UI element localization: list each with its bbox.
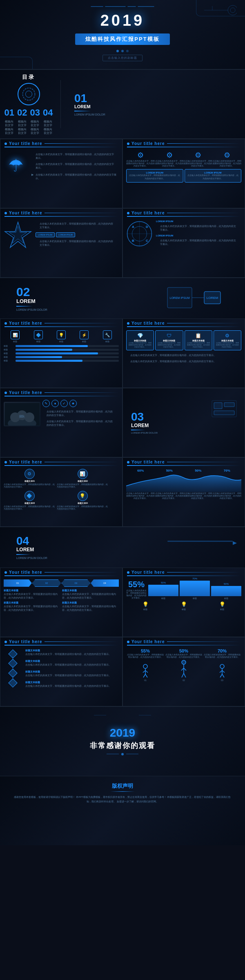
icon-box-4: ⚙ 标题文本标题 点击输入本栏的具体文字，简明扼要的说明分项内容，此为您的内容文… xyxy=(214,330,241,350)
slide-title-4: Your title here xyxy=(123,209,245,216)
slide-final: 2019 非常感谢你的观看 xyxy=(0,706,245,776)
svg-line-51 xyxy=(184,673,186,677)
accent-bar xyxy=(4,147,118,147)
slide-row-3: Your title here 📊 标题 🔷 标题 💡 标题 ⚡ xyxy=(0,318,245,388)
lorem-section-01: 01 LOREM LOREM IPSUM DOLOR xyxy=(68,93,142,116)
svg-text:团队: 团队 xyxy=(19,415,25,418)
slide-row-2: Your title here 点击输入本栏的具体文字，简明扼要的说明分项内容，… xyxy=(0,208,245,278)
slide-title-9: Your title here xyxy=(0,458,122,465)
toc-num-4: 04 xyxy=(43,107,53,118)
accent-bar-4 xyxy=(127,216,241,217)
slide-icon-boxes: Your title here 💎 标题文本标题 点击输入本栏的具体文字，简明扼… xyxy=(122,318,245,388)
slide-row-1: Your title here ☂ 点击输入本栏的具体文字，简明扼要的说明分项内… xyxy=(0,139,245,208)
slide-teamwork: Your title here 团队 ✎ ♦ ✓ ★ xyxy=(0,388,122,457)
svg-text:C: C xyxy=(146,239,148,243)
title-indicator-3 xyxy=(4,212,7,214)
svg-point-4 xyxy=(22,88,35,100)
svg-line-45 xyxy=(145,674,147,677)
svg-line-54 xyxy=(220,670,222,673)
title-indicator-2 xyxy=(127,143,129,145)
icon-box-2: 🛡 标题文本标题 点击输入本栏的具体文字，简明扼要的说明分项内容，此为您的内容文… xyxy=(155,330,183,350)
title-indicator-14 xyxy=(127,641,129,643)
slide-title-10: Your title here xyxy=(123,458,245,465)
toc-label-3: 模板向目文字 模板向目文字 xyxy=(30,120,40,134)
svg-line-50 xyxy=(182,673,184,677)
slide-title-6: Your title here xyxy=(123,319,245,326)
toc-item-1: 01 模板向目文字 模板向目文字 xyxy=(4,107,15,134)
toc-item-4: 04 模板向目文字 模板向目文字 xyxy=(43,107,53,134)
svg-text:LOREM IPSUM: LOREM IPSUM xyxy=(169,296,189,299)
content-text-1b: 点击输入本栏的具体文字，简明扼要的说明分项内容，此为您的内容文字展示。 xyxy=(31,161,119,171)
slide-lorem03: 03 LOREM LOREM IPSUM DOLOR xyxy=(122,388,245,457)
slide-copyright: 版权声明 感谢您使用本套模板，使用前请仔细阅读以下版权声明！ 本PPT模板为免费… xyxy=(0,776,245,845)
slide-star: Your title here 点击输入本栏的具体文字，简明扼要的说明分项内容，… xyxy=(0,208,122,278)
svg-rect-31 xyxy=(167,541,233,542)
toc-item-2: 02 模板向目文字 模板向目文字 xyxy=(17,107,28,134)
blue-box-1: LOREM IPSUM 点击输入本栏的具体文字，简明扼要的说明分项内容，此为您的… xyxy=(126,169,183,183)
slide-title-12: Your title here xyxy=(123,568,245,575)
title-indicator-5 xyxy=(4,322,7,325)
slide-roadmap: Your title here 01 02 03 04 标题文本标题 点击输入本… xyxy=(0,568,122,637)
toc-item-3: 03 模板向目文字 模板向目文字 xyxy=(30,107,40,134)
cover-subtitle[interactable]: 点击输入您的副标题 xyxy=(102,55,143,61)
title-indicator-7 xyxy=(4,392,7,394)
title-indicator-12 xyxy=(127,571,129,574)
toc-label-1: 模板向目文字 模板向目文字 xyxy=(4,120,15,134)
accent-bar-14 xyxy=(127,645,241,646)
cover-title: 炫酷科技风作汇报PPT模板 xyxy=(75,33,169,45)
slide-bars: Your title here 📊 标题 🔷 标题 💡 标题 ⚡ xyxy=(0,318,122,388)
slide-title-3: Your title here xyxy=(0,209,122,216)
svg-point-25 xyxy=(24,412,34,422)
svg-point-0 xyxy=(228,5,237,15)
copyright-title: 版权声明 xyxy=(12,782,233,790)
accent-bar-9 xyxy=(4,465,118,466)
slide-abcd: Your title here A D B C LOREM IPSUM 点击输入… xyxy=(122,208,245,278)
accent-bar-12 xyxy=(127,575,241,576)
svg-point-5 xyxy=(25,91,32,98)
slide-mountain: Your title here 60% 50% 50% 70% xyxy=(122,457,245,527)
slide-title-14: Your title here xyxy=(123,637,245,645)
svg-line-49 xyxy=(184,668,186,670)
svg-line-48 xyxy=(181,668,184,670)
svg-line-57 xyxy=(222,674,224,677)
accent-bar-6 xyxy=(127,326,241,327)
svg-rect-30 xyxy=(214,411,234,415)
title-indicator-4 xyxy=(127,212,129,214)
svg-marker-7 xyxy=(9,226,27,243)
svg-line-43 xyxy=(145,670,148,673)
svg-marker-32 xyxy=(233,541,237,545)
slide-title-11: Your title here xyxy=(0,568,122,575)
accent-bar-3 xyxy=(4,216,118,217)
toc-num-2: 02 xyxy=(17,107,27,118)
svg-rect-39 xyxy=(9,679,17,687)
slide-title-2: Your title here xyxy=(123,139,245,147)
svg-text:LOREM: LOREM xyxy=(207,296,218,300)
svg-text:B: B xyxy=(132,239,134,243)
icon-box-3: 📋 标题文本标题 点击输入本栏的具体文字，简明扼要的说明分项内容，此为您的内容文… xyxy=(185,330,212,350)
slide-pct-bars: Your title here 55% 点击输入本栏的具体文字，简明扼要的说明分… xyxy=(122,568,245,637)
slide-gear: Your title here ⚙ 点击输入本栏的具体文字，简明扼要的说明分项内… xyxy=(122,139,245,208)
content-text-1c: 点击输入本栏的具体文字，简明扼要的说明分项内容，此为您的内容文字展示。 xyxy=(36,173,119,180)
toc-label-4: 模板向目文字 模板向目文字 xyxy=(43,120,53,134)
toc-title: 目录 xyxy=(22,74,35,81)
slide-umbrella: Your title here ☂ 点击输入本栏的具体文字，简明扼要的说明分项内… xyxy=(0,139,122,208)
svg-line-55 xyxy=(222,670,225,673)
accent-bar-7 xyxy=(4,396,118,396)
title-indicator-11 xyxy=(4,571,7,574)
slide-title-7: Your title here xyxy=(0,388,122,396)
slide-row-5: Your title here ⚙ 标题文本01 点击输入本栏的具体文字，简明扼… xyxy=(0,457,245,527)
toc-circle xyxy=(18,83,40,105)
slide-row-4: Your title here 团队 ✎ ♦ ✓ ★ xyxy=(0,388,245,457)
title-indicator-13 xyxy=(4,641,7,643)
svg-rect-28 xyxy=(214,403,222,409)
slide-donut: Your title here 55% 点击输入本栏的具体文字，简明扼要的说明分… xyxy=(122,637,245,706)
accent-bar-11 xyxy=(4,575,118,576)
icon-box-1: 💎 标题文本标题 点击输入本栏的具体文字，简明扼要的说明分项内容，此为您的内容文… xyxy=(126,330,154,350)
final-thanks: 非常感谢你的观看 xyxy=(90,741,155,751)
toc-label-2: 模板向目文字 模板向目文字 xyxy=(17,120,28,134)
accent-bar-2 xyxy=(127,147,241,147)
final-year: 2019 xyxy=(110,727,135,739)
copyright-text: 感谢您使用本套模板，使用前请仔细阅读以下版权声明！ 本PPT模板为免费模板，著作… xyxy=(12,795,233,804)
svg-text:A: A xyxy=(132,225,134,229)
accent-bar-5 xyxy=(4,326,118,327)
